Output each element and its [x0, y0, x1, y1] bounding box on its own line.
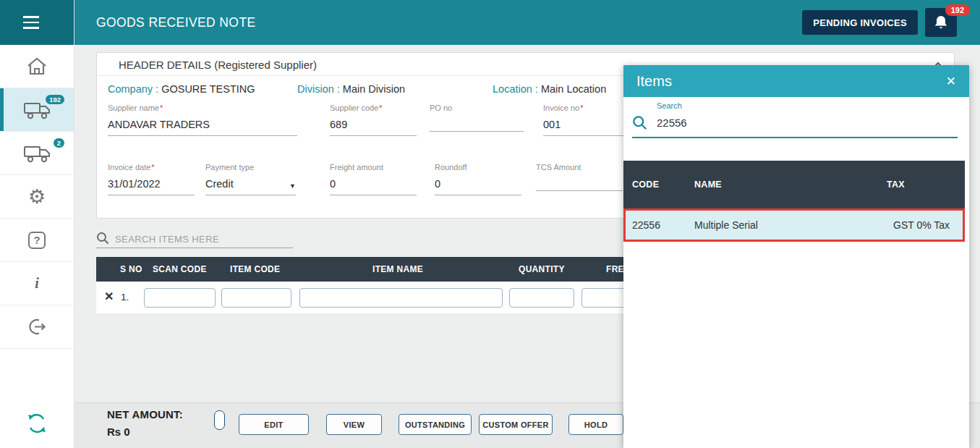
supplier-name-value[interactable]: ANDAVAR TRADERS	[108, 119, 297, 136]
hamburger-menu-button[interactable]	[0, 0, 74, 45]
chevron-down-icon: ▼	[289, 182, 296, 190]
items-search-input[interactable]	[657, 117, 958, 129]
division-value: Main Division	[343, 83, 405, 95]
row-number: 1.	[121, 292, 129, 303]
supplier-code-field[interactable]: Supplier code* 689	[330, 103, 417, 136]
help-icon: ?	[28, 232, 46, 249]
col-quantity: QUANTITY	[519, 264, 565, 274]
sidebar-item-home[interactable]	[0, 45, 74, 88]
items-search-label: Search	[657, 101, 958, 110]
sidebar-item-info[interactable]: i	[0, 262, 74, 305]
invoice-no-label: Invoice no	[543, 103, 579, 112]
items-panel: Items ✕ Search CODE NAME TAX 22556 Multi…	[623, 65, 969, 448]
required-marker: *	[151, 163, 154, 172]
po-no-value[interactable]	[430, 119, 524, 132]
item-tax-cell: GST 0% Tax	[893, 219, 950, 231]
return-count-badge: 2	[54, 138, 64, 148]
sidebar-item-goods-return[interactable]: 2	[0, 132, 74, 175]
search-icon	[632, 115, 647, 130]
tcs-amount-field[interactable]: TCS Amount	[536, 163, 623, 191]
search-items-input[interactable]	[115, 234, 281, 245]
items-panel-header: Items ✕	[623, 65, 969, 97]
po-no-field[interactable]: PO no	[430, 103, 524, 132]
freight-amount-field[interactable]: Freight amount 0	[330, 163, 417, 195]
grn-count-badge: 192	[46, 95, 64, 104]
truck-return-icon	[23, 143, 51, 164]
info-icon: i	[35, 275, 39, 292]
sidebar-item-help[interactable]: ?	[0, 219, 74, 262]
invoice-date-field[interactable]: Invoice date* 31/01/2022	[108, 163, 195, 195]
location-label: Location :	[493, 83, 538, 95]
view-button[interactable]: VIEW	[326, 414, 382, 435]
company-value: GOSURE TESTING	[161, 83, 255, 95]
outstanding-button[interactable]: OUTSTANDING	[399, 414, 472, 435]
location-value: Main Location	[541, 83, 606, 95]
items-panel-title: Items	[636, 73, 672, 90]
supplier-code-value[interactable]: 689	[330, 119, 417, 136]
col-s-no: S NO	[120, 264, 142, 274]
edit-button[interactable]: EDIT	[239, 414, 309, 435]
col-tax: TAX	[887, 179, 905, 190]
sidebar: 192 2 ⚙ ? i	[0, 0, 74, 448]
roundoff-field[interactable]: Roundoff 0	[435, 163, 521, 195]
hold-button[interactable]: HOLD	[568, 414, 623, 435]
sidebar-item-settings[interactable]: ⚙	[0, 175, 74, 219]
division-label: Division :	[297, 83, 340, 95]
col-scan-code: SCAN CODE	[153, 264, 207, 274]
item-code-input[interactable]	[221, 288, 291, 308]
col-item-name: ITEM NAME	[372, 264, 423, 274]
tcs-amount-value[interactable]	[536, 178, 623, 191]
required-marker: *	[379, 103, 382, 112]
scan-code-input[interactable]	[144, 288, 216, 308]
item-name-cell: Multiple Serial	[694, 219, 758, 231]
sidebar-item-sync[interactable]	[0, 405, 74, 442]
page-title: GOODS RECEIVED NOTE	[96, 15, 256, 30]
item-code-cell: 22556	[632, 219, 660, 231]
payment-type-label: Payment type	[205, 163, 254, 172]
close-icon[interactable]: ✕	[946, 74, 956, 89]
payment-type-select[interactable]: Credit▼	[205, 178, 296, 195]
items-table-row[interactable]: 22556 Multiple Serial GST 0% Tax	[623, 208, 965, 242]
footer-checkbox[interactable]	[214, 410, 225, 430]
invoice-date-value[interactable]: 31/01/2022	[108, 178, 195, 195]
freight-amount-label: Freight amount	[330, 163, 383, 172]
roundoff-value[interactable]: 0	[435, 178, 521, 195]
net-amount-label: NET AMOUNT:	[107, 408, 183, 420]
header-details-title: HEADER DETAILS (Registered Supplier)	[119, 59, 317, 71]
logout-icon	[27, 317, 47, 337]
notification-count-badge: 192	[945, 4, 970, 16]
po-no-label: PO no	[430, 103, 452, 112]
col-name: NAME	[694, 179, 722, 190]
item-name-input[interactable]	[299, 288, 503, 308]
search-items-bar[interactable]	[96, 228, 293, 248]
required-marker: *	[160, 103, 163, 112]
col-item-code: ITEM CODE	[230, 264, 280, 274]
sidebar-item-goods-received[interactable]: 192	[0, 88, 74, 132]
topbar: GOODS RECEIVED NOTE PENDING INVOICES 192	[74, 0, 980, 45]
custom-offer-button[interactable]: CUSTOM OFFER	[479, 414, 553, 435]
payment-type-field[interactable]: Payment type Credit▼	[205, 163, 296, 195]
app-root: 192 2 ⚙ ? i	[0, 0, 980, 448]
quantity-input[interactable]	[509, 288, 574, 308]
company-label: Company :	[108, 83, 158, 95]
items-search-section: Search	[632, 101, 958, 138]
supplier-name-label: Supplier name	[108, 103, 159, 112]
home-icon	[26, 56, 48, 76]
hamburger-icon	[23, 14, 39, 30]
supplier-name-field[interactable]: Supplier name* ANDAVAR TRADERS	[108, 103, 297, 136]
gear-icon: ⚙	[28, 187, 46, 206]
tcs-amount-label: TCS Amount	[536, 163, 581, 172]
sync-icon	[27, 412, 47, 435]
items-table: CODE NAME TAX 22556 Multiple Serial GST …	[623, 161, 965, 242]
required-marker: *	[580, 103, 583, 112]
col-code: CODE	[632, 179, 659, 190]
clear-row-icon[interactable]: ✕	[104, 289, 114, 303]
items-table-header: CODE NAME TAX	[623, 161, 965, 208]
pending-invoices-button[interactable]: PENDING INVOICES	[802, 10, 918, 35]
supplier-code-label: Supplier code	[330, 103, 378, 112]
freight-amount-value[interactable]: 0	[330, 178, 417, 195]
roundoff-label: Roundoff	[435, 163, 466, 172]
invoice-date-label: Invoice date	[108, 163, 150, 172]
net-amount-value: Rs 0	[107, 426, 130, 438]
sidebar-item-logout[interactable]	[0, 305, 74, 349]
